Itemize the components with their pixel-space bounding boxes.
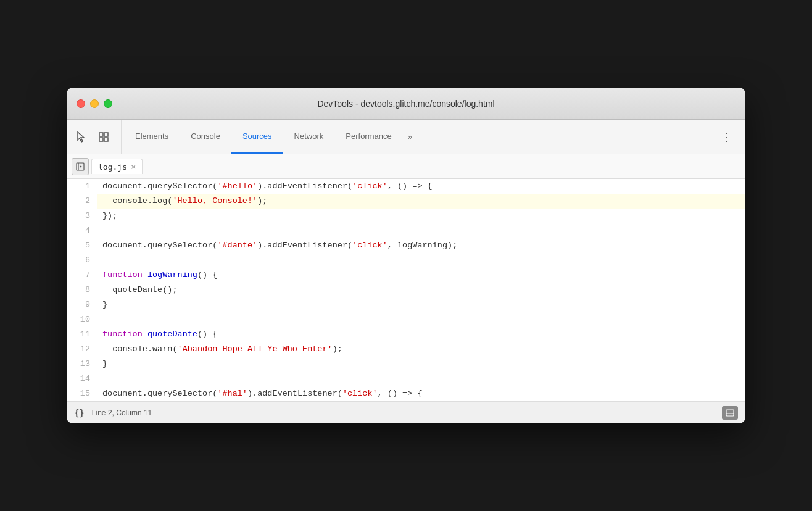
code-line-2: console.log('Hello, Console!');: [97, 194, 745, 209]
layers-icon-button[interactable]: [94, 127, 114, 147]
minimize-button[interactable]: [90, 99, 99, 108]
cursor-icon: [76, 131, 87, 143]
toolbar-icons: [72, 120, 122, 154]
line-num-3: 3: [77, 209, 90, 223]
line-num-1: 1: [77, 179, 90, 194]
line-num-6: 6: [77, 253, 90, 268]
code-container: 1 2 3 4 5 6 7 8 9 10 11 12 13 14 15 do: [67, 179, 745, 401]
cursor-icon-button[interactable]: [72, 127, 91, 147]
line-num-8: 8: [77, 283, 90, 297]
line-num-7: 7: [77, 268, 90, 283]
file-bar: log.js ×: [67, 154, 745, 179]
tab-sources[interactable]: Sources: [231, 120, 283, 154]
code-line-14: [97, 372, 745, 386]
line-num-11: 11: [77, 327, 90, 342]
close-button[interactable]: [77, 99, 85, 108]
svg-rect-3: [99, 138, 103, 141]
line-num-15: 15: [77, 386, 90, 401]
code-line-8: quoteDante();: [97, 283, 745, 297]
code-line-3: });: [97, 209, 745, 223]
toolbar-end: ⋮: [713, 120, 740, 154]
cursor-position: Line 2, Column 11: [92, 409, 152, 417]
tab-console[interactable]: Console: [180, 120, 231, 154]
line-num-14: 14: [77, 372, 90, 386]
svg-rect-1: [99, 133, 103, 136]
maximize-button[interactable]: [104, 99, 112, 108]
line-num-2: 2: [77, 194, 90, 209]
svg-rect-8: [726, 410, 734, 416]
line-num-13: 13: [77, 357, 90, 372]
code-line-12: console.warn('Abandon Hope All Ye Who En…: [97, 342, 745, 357]
code-line-15: document.querySelector('#hal').addEventL…: [97, 386, 745, 401]
svg-rect-2: [104, 133, 108, 136]
tab-network[interactable]: Network: [283, 120, 335, 154]
tab-more[interactable]: »: [403, 120, 417, 154]
file-tab-close-button[interactable]: ×: [131, 162, 136, 172]
line-num-10: 10: [77, 312, 90, 327]
status-end: [722, 406, 738, 420]
code-line-9: }: [97, 297, 745, 312]
code-line-10: [97, 312, 745, 327]
tab-performance[interactable]: Performance: [334, 120, 402, 154]
traffic-lights: [77, 99, 112, 108]
window-title: DevTools - devtools.glitch.me/console/lo…: [317, 99, 494, 109]
code-line-4: [97, 223, 745, 238]
tabs: Elements Console Sources Network Perform…: [124, 120, 710, 154]
code-line-13: }: [97, 357, 745, 372]
sidebar-toggle-icon: [76, 162, 85, 171]
file-tab-name: log.js: [98, 162, 127, 172]
code-line-11: function quoteDante() {: [97, 327, 745, 342]
line-num-4: 4: [77, 223, 90, 238]
svg-marker-7: [80, 165, 82, 168]
titlebar: DevTools - devtools.glitch.me/console/lo…: [67, 88, 745, 120]
code-line-1: document.querySelector('#hello').addEven…: [97, 179, 745, 194]
code-line-7: function logWarning() {: [97, 268, 745, 283]
code-area[interactable]: 1 2 3 4 5 6 7 8 9 10 11 12 13 14 15 do: [67, 179, 745, 401]
toolbar: Elements Console Sources Network Perform…: [67, 120, 745, 154]
line-num-5: 5: [77, 238, 90, 253]
code-line-5: document.querySelector('#dante').addEven…: [97, 238, 745, 253]
tab-elements[interactable]: Elements: [124, 120, 180, 154]
status-bar: {} Line 2, Column 11: [67, 401, 745, 423]
drawer-toggle-button[interactable]: [722, 406, 738, 420]
format-button[interactable]: {}: [74, 408, 85, 418]
line-num-9: 9: [77, 297, 90, 312]
file-tab[interactable]: log.js ×: [91, 159, 143, 174]
devtools-window: DevTools - devtools.glitch.me/console/lo…: [67, 88, 745, 423]
drawer-toggle-icon: [726, 409, 734, 417]
code-lines: document.querySelector('#hello').addEven…: [97, 179, 745, 401]
sidebar-toggle-button[interactable]: [72, 158, 89, 175]
layers-icon: [98, 131, 109, 143]
line-numbers: 1 2 3 4 5 6 7 8 9 10 11 12 13 14 15: [67, 179, 97, 401]
more-options-button[interactable]: ⋮: [718, 128, 735, 146]
svg-rect-4: [104, 138, 108, 141]
line-num-12: 12: [77, 342, 90, 357]
code-line-6: [97, 253, 745, 268]
svg-marker-0: [78, 132, 84, 142]
